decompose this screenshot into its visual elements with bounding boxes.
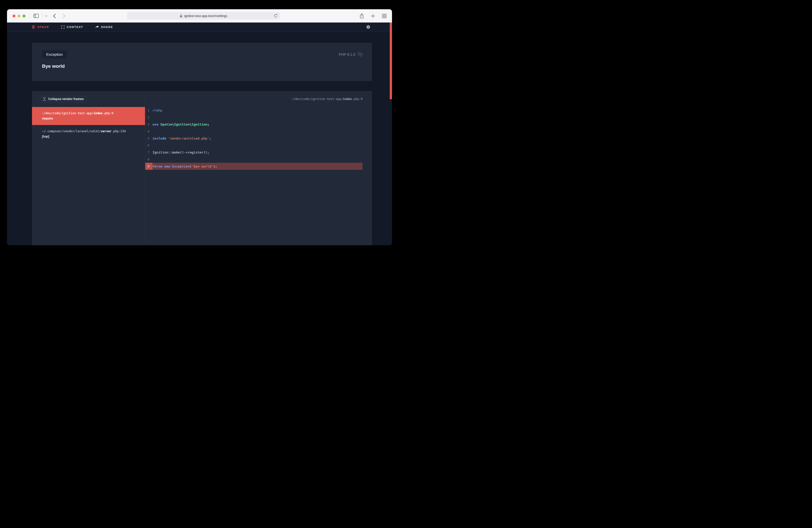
sidebar-chevron-button[interactable] [45, 15, 47, 17]
tab-label: STACK [38, 26, 49, 29]
file-path-name: index [343, 97, 352, 101]
stack-frame-index[interactable]: ~/dev/code/ignition-test-app/index.php:9… [32, 107, 145, 125]
tab-share[interactable]: SHARE [95, 26, 113, 29]
sidebar-icon [33, 14, 39, 18]
frame-method: require [42, 116, 139, 121]
lock-icon [180, 14, 183, 17]
line-number: 8 [145, 156, 153, 163]
tab-stack[interactable]: STACK [32, 26, 49, 29]
browser-window: ignition-test-app.test/#settings STACKCO… [7, 9, 392, 245]
collapse-vendor-frames-button[interactable]: Collapse vendor frames [40, 95, 87, 103]
line-number: 4 [145, 128, 153, 135]
browser-toolbar: ignition-test-app.test/#settings [7, 9, 392, 23]
stack-header: Collapse vendor frames [32, 91, 145, 107]
forward-button[interactable] [63, 14, 66, 18]
line-code: throw new Exception('Bye world'); [153, 164, 217, 168]
line-number: 3 [145, 121, 153, 128]
export-share-icon [360, 13, 364, 18]
error-message: Bye world [42, 63, 362, 69]
gear-icon [366, 25, 371, 29]
line-number: 7 [145, 149, 153, 156]
frame-method: [top] [42, 134, 139, 139]
tab-label: CONTEXT [67, 26, 83, 29]
line-number: 1 [145, 107, 153, 114]
share-icon [95, 26, 99, 29]
line-code: include 'vendor/autoload.php'; [153, 136, 211, 140]
frame-path: ~/dev/code/ignition-test-app/index.php:9 [42, 111, 139, 116]
code-line-9: 9throw new Exception('Bye world'); [145, 163, 362, 170]
reload-icon [274, 14, 278, 18]
code-line-2: 2 [145, 114, 372, 121]
debug-panels: Collapse vendor frames ~/dev/code/igniti… [32, 91, 372, 245]
collapse-label: Collapse vendor frames [48, 97, 84, 101]
ignition-nav: STACKCONTEXTSHARE [7, 23, 392, 32]
new-tab-button[interactable] [371, 14, 375, 18]
window-controls [13, 15, 26, 17]
collapse-icon [43, 97, 46, 101]
file-path-prefix: ~/dev/code/ignition-test-app/ [291, 97, 343, 101]
context-icon [61, 26, 64, 29]
address-bar[interactable]: ignition-test-app.test/#settings [127, 12, 280, 19]
zoom-window-button[interactable] [23, 15, 26, 17]
file-path-suffix: .php:9 [352, 97, 362, 101]
code-line-8: 8 [145, 156, 372, 163]
share-page-button[interactable] [360, 13, 364, 18]
tab-grid-icon [382, 14, 387, 18]
code-line-5: 5include 'vendor/autoload.php'; [145, 135, 372, 142]
line-code: use Spatie\Ignition\Ignition; [153, 122, 209, 126]
code-line-3: 3use Spatie\Ignition\Ignition; [145, 121, 372, 128]
line-number: 2 [145, 114, 153, 121]
close-window-button[interactable] [13, 15, 15, 17]
page-scrollbar-thumb[interactable] [390, 23, 392, 99]
stack-icon [32, 26, 35, 29]
laravel-icon [358, 52, 363, 57]
url-text: ignition-test-app.test/#settings [184, 14, 228, 18]
minimize-window-button[interactable] [17, 15, 20, 17]
tab-label: SHARE [101, 26, 113, 29]
toolbar-divider [42, 13, 42, 19]
line-number: 9 [145, 163, 153, 170]
tab-overview-button[interactable] [382, 14, 387, 18]
code-line-4: 4 [145, 128, 372, 135]
stack-trace-panel: Collapse vendor frames ~/dev/code/igniti… [32, 91, 145, 245]
code-line-6: 6 [145, 142, 372, 149]
back-arrow-icon [53, 14, 56, 18]
code-line-7: 7Ignition::make()->register(); [145, 149, 372, 156]
forward-arrow-icon [63, 14, 66, 18]
plus-icon [371, 14, 375, 18]
line-number: 5 [145, 135, 153, 142]
code-line-1: 1<?php [145, 107, 372, 114]
exception-type-badge: Exception [42, 50, 67, 59]
stack-frame-server[interactable]: ~/.composer/vendor/laravel/valet/server.… [32, 125, 145, 143]
tab-context[interactable]: CONTEXT [61, 26, 83, 29]
error-card: Exception PHP 8.1.0 Bye world [32, 43, 372, 81]
php-version: PHP 8.1.0 [339, 52, 363, 57]
sidebar-toggle-button[interactable] [33, 14, 39, 18]
open-file-path: ~/dev/code/ignition-test-app/index.php:9 [145, 91, 372, 101]
line-code: <?php [153, 108, 162, 112]
code-preview-panel: ~/dev/code/ignition-test-app/index.php:9… [145, 91, 372, 245]
chevron-down-icon [45, 15, 47, 17]
reload-button[interactable] [274, 14, 278, 18]
line-code: Ignition::make()->register(); [153, 150, 209, 154]
frame-path: ~/.composer/vendor/laravel/valet/server.… [42, 129, 139, 133]
page-content: Exception PHP 8.1.0 Bye world [7, 32, 392, 245]
php-version-text: PHP 8.1.0 [339, 53, 355, 57]
settings-button[interactable] [366, 25, 371, 29]
line-number: 6 [145, 142, 153, 149]
back-button[interactable] [53, 14, 56, 18]
